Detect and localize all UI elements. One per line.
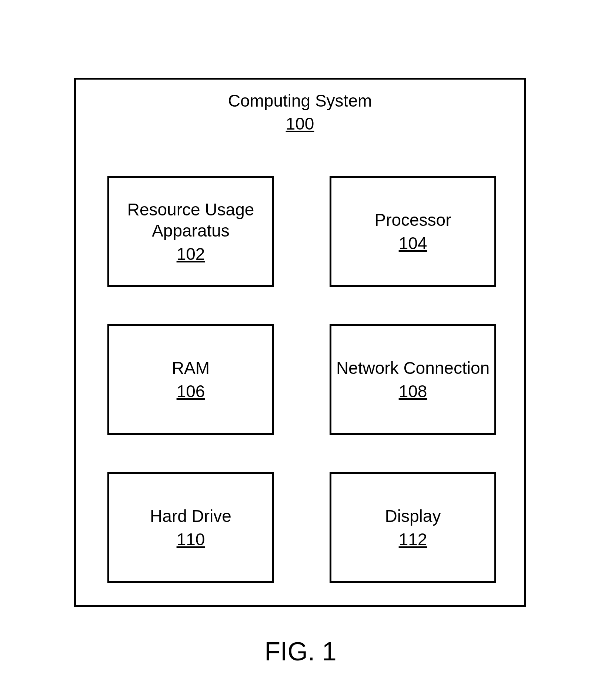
figure-caption: FIG. 1 [0,637,601,666]
component-label: Network Connection [336,358,490,379]
component-label: Resource Usage Apparatus [113,199,268,242]
component-display: Display 112 [330,472,496,583]
component-processor: Processor 104 [330,176,496,287]
system-ref: 100 [76,114,524,134]
component-ref: 104 [399,233,427,253]
computing-system-box: Computing System 100 Resource Usage Appa… [74,78,526,607]
component-network-connection: Network Connection 108 [330,324,496,435]
component-ref: 106 [177,381,205,401]
components-grid: Resource Usage Apparatus 102 Processor 1… [107,176,496,583]
component-ram: RAM 106 [107,324,274,435]
component-label: RAM [172,358,210,379]
component-ref: 102 [177,244,205,264]
component-label: Display [385,506,441,527]
component-label: Hard Drive [150,506,231,527]
system-title: Computing System [76,90,524,112]
component-ref: 108 [399,381,427,401]
component-resource-usage-apparatus: Resource Usage Apparatus 102 [107,176,274,287]
component-hard-drive: Hard Drive 110 [107,472,274,583]
component-ref: 110 [177,529,205,549]
component-ref: 112 [399,529,427,549]
component-label: Processor [374,210,451,231]
